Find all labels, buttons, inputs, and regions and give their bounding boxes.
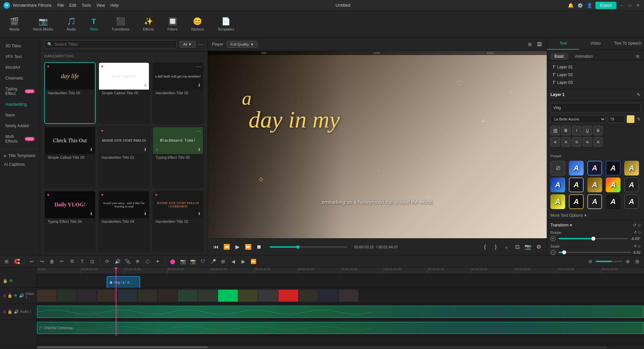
step-back-button[interactable]: ⏪	[223, 243, 231, 251]
audio-icon-tl[interactable]: 🔊	[113, 257, 121, 265]
preset-rainbow[interactable]: A	[606, 178, 621, 192]
timeline-prev-icon[interactable]: ◀	[229, 257, 237, 265]
menu-file[interactable]: File	[57, 3, 64, 8]
timeline-mic-icon[interactable]: 🎤	[209, 257, 217, 265]
track-audio1-add-icon[interactable]: ⊞	[3, 309, 6, 314]
sidebar-item-newly-added[interactable]: Newly Added	[1, 121, 39, 131]
rotate-thumb[interactable]	[591, 237, 595, 241]
title-card-handwritten-02[interactable]: ♥ MANDE ESTE STORY PARA OS GUERREIROS ⬇ …	[152, 191, 204, 252]
bracket-end-icon[interactable]: }	[492, 243, 500, 251]
quality-button[interactable]: Full Quality ▼	[227, 41, 258, 48]
user-avatar[interactable]: 👤	[586, 2, 593, 9]
layer-item-01[interactable]: T Layer 01	[550, 63, 641, 71]
track-audio1-eye-icon[interactable]: 🔊	[14, 309, 19, 314]
timeline-shield-icon[interactable]: 🛡	[199, 257, 207, 265]
tool-titles[interactable]: T Titles	[87, 16, 101, 33]
close-button[interactable]: ✕	[635, 3, 641, 8]
preset-3d-blue[interactable]: A	[550, 178, 565, 192]
minimize-button[interactable]: ─	[619, 3, 625, 8]
zoom-in-icon[interactable]: ⊕	[624, 257, 632, 265]
text-value-input[interactable]	[550, 103, 641, 112]
subtab-basic[interactable]: Basic	[550, 53, 568, 60]
camera-icon[interactable]: 📷	[524, 243, 532, 251]
copy-button[interactable]: ⧉	[68, 257, 76, 265]
preset-outline-white[interactable]: A	[587, 194, 602, 209]
tool-filters[interactable]: 🔲 Filters	[165, 16, 180, 33]
preset-stroke[interactable]: A	[569, 178, 584, 192]
track-video-eye-icon[interactable]: 👁	[14, 293, 18, 298]
menu-edit[interactable]: Edit	[69, 3, 76, 8]
title-card-typing-04[interactable]: ♥ Daily VLOG! ⬇ Typing Effect Title 04	[44, 191, 96, 252]
layer-item-03[interactable]: T Layer 03	[550, 79, 641, 86]
rotate-reset-icon[interactable]: ↺	[634, 230, 637, 235]
more-icon-3[interactable]: ⋯	[196, 64, 201, 69]
italic-button[interactable]: I	[572, 126, 581, 135]
tab-video[interactable]: Video	[579, 38, 611, 50]
title-card-typing-05[interactable]: ⋯ Blackboard Time! ☆ ⬇ Typing Effect Tit…	[152, 127, 204, 188]
tool-effects[interactable]: ✨ Effects	[140, 16, 157, 33]
rotate-slider[interactable]	[558, 238, 628, 239]
mark-icon[interactable]: ⬦	[502, 243, 511, 251]
bold-button[interactable]: B	[561, 126, 571, 135]
sidebar-item-multi-effects[interactable]: Multi Effects NEW	[1, 132, 39, 146]
filter-all-button[interactable]: All ▼	[179, 41, 196, 48]
scale-reset-icon[interactable]: ↺	[634, 244, 637, 248]
zoom-out-icon[interactable]: ⊖	[586, 257, 594, 265]
export-button[interactable]: Export	[595, 2, 616, 9]
scale-slider[interactable]	[558, 252, 631, 253]
scroll-track[interactable]	[37, 346, 607, 348]
tab-text-to-speech[interactable]: Text To Speech	[612, 38, 644, 50]
align-left-icon[interactable]: ⊞	[550, 126, 560, 135]
scroll-thumb[interactable]	[37, 346, 208, 348]
menu-view[interactable]: View	[96, 3, 105, 8]
strikethrough-button[interactable]: S	[593, 126, 603, 135]
align-left-button[interactable]: ≡	[550, 137, 560, 147]
crop-icon[interactable]: ⊡	[88, 257, 96, 265]
scale-link-icon[interactable]: ◇	[638, 244, 641, 248]
tool-stickers[interactable]: 😊 Stickers	[188, 16, 207, 33]
magnet-icon[interactable]: 🧲	[13, 257, 21, 265]
title-card-callout-03[interactable]: Check This Out ⬇ Simple Callout Title 03	[44, 127, 96, 188]
add-media-icon[interactable]: ⊞	[3, 257, 11, 265]
search-input[interactable]	[54, 42, 174, 47]
preset-dark2[interactable]: A	[606, 194, 621, 209]
tool-media[interactable]: 🎬 Media	[7, 16, 22, 33]
align-justify-button[interactable]: ≡	[583, 137, 592, 147]
transform-header[interactable]: Transform ▾ ↺ ◇	[550, 223, 641, 228]
playhead[interactable]	[116, 267, 116, 274]
font-selector[interactable]: La Belle Aurore	[550, 115, 606, 123]
split-view-icon[interactable]: ⊞	[527, 41, 533, 48]
subtab-animation[interactable]: Animation	[571, 53, 597, 60]
more-icon-6[interactable]: ⋯	[196, 129, 201, 134]
group-icon[interactable]: ⬡	[144, 257, 152, 265]
track-video-lock-icon[interactable]: 🔒	[7, 293, 12, 298]
timeline-grid2-icon[interactable]: ⊞	[219, 257, 227, 265]
sidebar-item-vfx-text[interactable]: VFX Text	[1, 52, 39, 62]
sidebar-item-typing-effect[interactable]: Typing Effect NEW	[1, 84, 39, 99]
bracket-start-icon[interactable]: {	[481, 243, 489, 251]
transform-reset-icon[interactable]: ↺	[633, 223, 636, 228]
notification-icon[interactable]: 🔔	[567, 2, 574, 9]
freeze-icon[interactable]: ❄	[133, 257, 142, 265]
title-card-handwritten-05[interactable]: ⋯ a dull knife will get you nowhere! ⬇ H…	[152, 62, 204, 124]
skip-back-button[interactable]: ⏮	[212, 243, 220, 251]
layer-item-02[interactable]: T Layer 02	[550, 71, 641, 79]
expand-icon[interactable]: ⊞	[635, 53, 641, 60]
font-size-input[interactable]	[608, 115, 625, 123]
track-lock-icon[interactable]: 🔒	[3, 279, 8, 283]
cut-button[interactable]: ✂	[58, 257, 66, 265]
sidebar-item-neon[interactable]: Neon	[1, 110, 39, 120]
color-swatch[interactable]	[627, 115, 635, 123]
sidebar-item-cinematic[interactable]: Cinematic	[1, 73, 39, 83]
sidebar-item-ai-captions[interactable]: AI Captions	[0, 160, 40, 169]
tool-stock-media[interactable]: 📷 Stock Media	[30, 16, 56, 33]
title-card-handwritten-09[interactable]: ♥ day life Handwritten Title 09	[44, 62, 96, 124]
timeline-auto-icon[interactable]: ⏩	[249, 257, 257, 265]
color-edit-icon[interactable]: ✎	[637, 116, 641, 122]
tool-templates[interactable]: 📄 Templates	[215, 16, 237, 33]
zoom-slider[interactable]	[596, 261, 623, 262]
grid-icon[interactable]: ⚙️	[577, 2, 583, 9]
track-video-add-icon[interactable]: ⊞	[3, 293, 6, 298]
stop-button[interactable]: ⏹	[255, 243, 263, 251]
maximize-button[interactable]: □	[627, 3, 633, 8]
